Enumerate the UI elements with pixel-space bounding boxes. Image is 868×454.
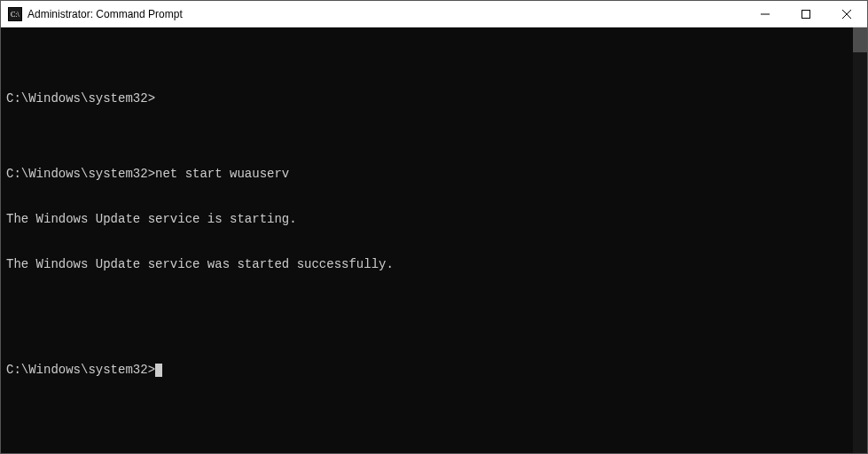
cursor <box>155 364 162 377</box>
terminal-prompt-line: C:\Windows\system32> <box>6 363 862 378</box>
command-prompt-window: C:\ Administrator: Command Prompt C:\Win… <box>0 0 868 454</box>
scrollbar-thumb[interactable] <box>853 27 867 52</box>
titlebar[interactable]: C:\ Administrator: Command Prompt <box>1 1 867 27</box>
close-button[interactable] <box>826 1 867 27</box>
terminal-line: C:\Windows\system32> <box>6 91 862 106</box>
vertical-scrollbar[interactable] <box>853 27 867 453</box>
svg-text:C:\: C:\ <box>11 11 20 19</box>
minimize-button[interactable] <box>745 1 786 27</box>
svg-rect-4 <box>802 10 810 18</box>
maximize-button[interactable] <box>786 1 826 27</box>
cmd-icon: C:\ <box>8 7 22 21</box>
terminal-prompt: C:\Windows\system32> <box>6 363 155 377</box>
terminal-line: The Windows Update service is starting. <box>6 212 862 227</box>
terminal-line: C:\Windows\system32>net start wuauserv <box>6 167 862 182</box>
window-title: Administrator: Command Prompt <box>27 8 745 20</box>
terminal-area[interactable]: C:\Windows\system32> C:\Windows\system32… <box>1 27 867 453</box>
window-controls <box>745 1 867 27</box>
terminal-line: The Windows Update service was started s… <box>6 257 862 272</box>
